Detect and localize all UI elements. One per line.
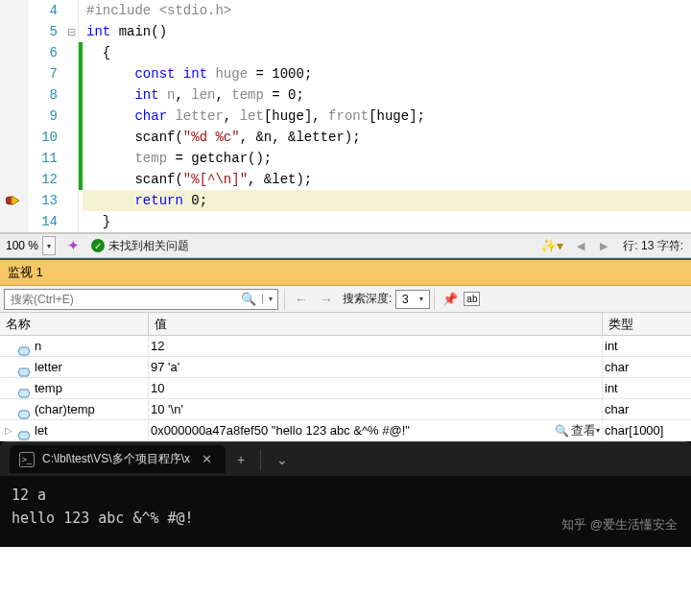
nav-forward-icon[interactable]: → bbox=[314, 292, 339, 307]
lightbulb-icon[interactable]: ✦ bbox=[61, 237, 85, 254]
code-text[interactable]: int main() bbox=[83, 21, 691, 42]
code-line[interactable]: 6 { bbox=[0, 42, 691, 63]
cell-type: char bbox=[603, 399, 691, 419]
table-row[interactable]: (char)temp10 '\n'char bbox=[0, 399, 691, 420]
code-line[interactable]: 5⊟int main() bbox=[0, 21, 691, 42]
code-line[interactable]: 7 const int huge = 1000; bbox=[0, 63, 691, 84]
gutter[interactable] bbox=[0, 42, 29, 63]
table-row[interactable]: temp10int bbox=[0, 378, 691, 399]
expand-icon[interactable]: ▷ bbox=[2, 420, 15, 440]
line-number: 14 bbox=[29, 211, 65, 232]
code-text[interactable]: scanf("%[^\n]", &let); bbox=[83, 169, 691, 190]
table-row[interactable]: ▷let0x000000a47a8fef50 "hello 123 abc &^… bbox=[0, 420, 691, 441]
wand-icon[interactable]: ✨▾ bbox=[535, 238, 569, 253]
svg-marker-5 bbox=[18, 411, 30, 418]
gutter[interactable] bbox=[0, 211, 29, 232]
code-line[interactable]: 8 int n, len, temp = 0; bbox=[0, 84, 691, 106]
gutter[interactable] bbox=[0, 127, 29, 148]
close-icon[interactable]: ✕ bbox=[198, 452, 216, 466]
code-text[interactable]: #include <stdio.h> bbox=[83, 0, 691, 21]
code-line[interactable]: 12 scanf("%[^\n]", &let); bbox=[0, 169, 691, 190]
code-editor[interactable]: 4#include <stdio.h>5⊟int main()6 {7 cons… bbox=[0, 0, 691, 233]
status-bar: 100 % ▾ ✦ ✓ 未找到相关问题 ✨▾ ◀ ▶ 行: 13 字符: bbox=[0, 233, 691, 258]
code-text[interactable]: int n, len, temp = 0; bbox=[83, 84, 691, 106]
watch-panel-title[interactable]: 监视 1 bbox=[0, 258, 691, 286]
gutter[interactable] bbox=[0, 63, 29, 84]
search-options-dropdown[interactable]: ▾ bbox=[262, 295, 277, 303]
fold-toggle[interactable] bbox=[65, 42, 79, 63]
var-name: n bbox=[35, 336, 41, 356]
code-line[interactable]: 11 temp = getchar(); bbox=[0, 148, 691, 169]
gutter[interactable] bbox=[0, 106, 29, 127]
watch-toolbar: 🔍 ▾ ← → 搜索深度: 3 ▾ 📌 ab bbox=[0, 286, 691, 313]
highlight-toggle[interactable]: ab bbox=[464, 292, 480, 306]
fold-toggle[interactable] bbox=[65, 84, 79, 106]
fold-toggle[interactable]: ⊟ bbox=[65, 21, 79, 42]
code-text[interactable]: return 0; bbox=[83, 190, 691, 211]
gutter[interactable] bbox=[0, 21, 29, 42]
new-tab-button[interactable]: + bbox=[226, 452, 256, 467]
fold-toggle[interactable] bbox=[65, 169, 79, 190]
col-value[interactable]: 值 bbox=[149, 313, 603, 335]
fold-toggle[interactable] bbox=[65, 211, 79, 232]
cell-name: ▷let bbox=[0, 420, 149, 440]
code-text[interactable]: scanf("%d %c", &n, &letter); bbox=[83, 127, 691, 148]
search-input[interactable] bbox=[5, 291, 235, 308]
code-text[interactable]: temp = getchar(); bbox=[83, 148, 691, 169]
fold-toggle[interactable] bbox=[65, 127, 79, 148]
terminal-line: 12 a bbox=[12, 484, 679, 507]
table-row[interactable]: letter97 'a'char bbox=[0, 357, 691, 378]
line-number: 5 bbox=[29, 21, 65, 42]
terminal-body[interactable]: 12 a hello 123 abc &^% #@! 知乎 @爱生活懂安全 bbox=[0, 476, 691, 547]
scroll-left-icon[interactable]: ◀ bbox=[569, 240, 592, 252]
gutter[interactable] bbox=[0, 190, 29, 211]
fold-toggle[interactable] bbox=[65, 0, 79, 21]
code-line[interactable]: 9 char letter, let[huge], front[huge]; bbox=[0, 106, 691, 127]
tab-dropdown-icon[interactable]: ⌄ bbox=[265, 452, 299, 467]
cell-type: int bbox=[603, 336, 691, 356]
cell-value: 10 bbox=[149, 378, 603, 398]
line-number: 9 bbox=[29, 106, 65, 127]
fold-toggle[interactable] bbox=[65, 63, 79, 84]
gutter[interactable] bbox=[0, 169, 29, 190]
code-line[interactable]: 13 return 0; bbox=[0, 190, 691, 211]
fold-toggle[interactable] bbox=[65, 190, 79, 211]
fold-toggle[interactable] bbox=[65, 148, 79, 169]
depth-select[interactable]: 3 ▾ bbox=[395, 290, 430, 309]
code-text[interactable]: char letter, let[huge], front[huge]; bbox=[83, 106, 691, 127]
code-text[interactable]: const int huge = 1000; bbox=[83, 63, 691, 84]
terminal-tab[interactable]: >_ C:\lbl\test\VS\多个项目程序\x ✕ bbox=[10, 445, 226, 473]
search-box[interactable]: 🔍 ▾ bbox=[4, 289, 278, 310]
scroll-right-icon[interactable]: ▶ bbox=[592, 240, 615, 252]
code-line[interactable]: 4#include <stdio.h> bbox=[0, 0, 691, 21]
code-line[interactable]: 10 scanf("%d %c", &n, &letter); bbox=[0, 127, 691, 148]
gutter[interactable] bbox=[0, 84, 29, 106]
var-name: let bbox=[35, 420, 48, 440]
variable-icon bbox=[17, 405, 31, 415]
cell-value: 0x000000a47a8fef50 "hello 123 abc &^% #@… bbox=[149, 420, 603, 440]
view-button[interactable]: 🔍查看 ▾ bbox=[555, 420, 600, 440]
variable-icon bbox=[17, 363, 31, 372]
pin-icon[interactable]: 📌 bbox=[439, 292, 462, 306]
cell-name: temp bbox=[0, 378, 149, 398]
table-row[interactable]: n12int bbox=[0, 336, 691, 357]
cell-type: char[1000] bbox=[603, 420, 691, 440]
code-line[interactable]: 14 } bbox=[0, 211, 691, 232]
col-type[interactable]: 类型 bbox=[603, 313, 691, 335]
cell-type: char bbox=[603, 357, 691, 377]
fold-toggle[interactable] bbox=[65, 106, 79, 127]
gutter[interactable] bbox=[0, 0, 29, 21]
search-icon[interactable]: 🔍 bbox=[235, 292, 262, 306]
code-text[interactable]: } bbox=[83, 211, 691, 232]
cell-name: n bbox=[0, 336, 149, 356]
zoom-dropdown[interactable]: ▾ bbox=[42, 236, 56, 255]
gutter[interactable] bbox=[0, 148, 29, 169]
zoom-level[interactable]: 100 % bbox=[0, 239, 42, 252]
magnifier-icon: 🔍 bbox=[555, 420, 569, 440]
variable-icon bbox=[17, 384, 31, 393]
line-number: 6 bbox=[29, 42, 65, 63]
col-name[interactable]: 名称 bbox=[0, 313, 149, 335]
nav-back-icon[interactable]: ← bbox=[289, 292, 314, 307]
depth-value: 3 bbox=[396, 293, 414, 306]
code-text[interactable]: { bbox=[83, 42, 691, 63]
